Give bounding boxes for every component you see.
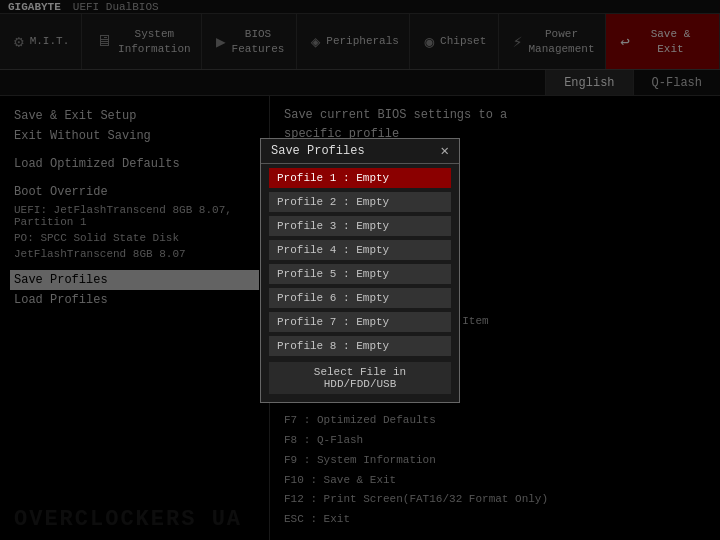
profile-7-button[interactable]: Profile 7 : Empty [269,312,451,332]
modal-header: Save Profiles ✕ [261,139,459,164]
save-profiles-modal: Save Profiles ✕ Profile 1 : Empty Profil… [260,138,460,403]
profile-list: Profile 1 : Empty Profile 2 : Empty Prof… [261,164,459,356]
profile-5-button[interactable]: Profile 5 : Empty [269,264,451,284]
profile-4-button[interactable]: Profile 4 : Empty [269,240,451,260]
profile-6-button[interactable]: Profile 6 : Empty [269,288,451,308]
modal-close-button[interactable]: ✕ [441,144,449,158]
profile-3-button[interactable]: Profile 3 : Empty [269,216,451,236]
profile-1-button[interactable]: Profile 1 : Empty [269,168,451,188]
modal-overlay: Save Profiles ✕ Profile 1 : Empty Profil… [0,0,720,540]
modal-title: Save Profiles [271,144,365,158]
select-file-button[interactable]: Select File in HDD/FDD/USB [269,362,451,394]
profile-2-button[interactable]: Profile 2 : Empty [269,192,451,212]
profile-8-button[interactable]: Profile 8 : Empty [269,336,451,356]
